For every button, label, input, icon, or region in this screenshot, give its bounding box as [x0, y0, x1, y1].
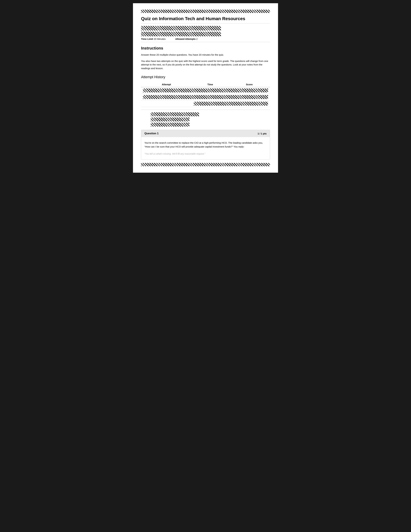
question-1-card: Question 1 1 / 1 pts You're on the searc…	[141, 130, 270, 160]
instructions-heading: Instructions	[141, 46, 270, 50]
table-cell-empty-1	[141, 100, 192, 107]
table-redacted-2	[143, 95, 268, 99]
instructions-paragraph2: You also have two attempts on the quiz w…	[141, 59, 270, 70]
time-limit-field: Time Limit 20 Minutes	[141, 38, 166, 40]
page-title: Quiz on Information Tech and Human Resou…	[141, 16, 270, 21]
table-header-row: Attempt Time Score	[141, 82, 270, 87]
score-redacted-2	[151, 117, 189, 121]
time-limit-value: 20 Minutes	[154, 38, 166, 40]
redacted-block-2	[141, 32, 221, 36]
page-wrapper: Quiz on Information Tech and Human Resou…	[133, 3, 278, 173]
title-divider	[141, 23, 270, 23]
time-limit-label: Time Limit	[141, 38, 153, 40]
attempt-history-section: Attempt History Attempt Time Score	[141, 75, 270, 160]
redacted-block-1	[141, 26, 221, 30]
question-1-label: Question 1	[144, 132, 159, 135]
col-time: Time	[192, 82, 229, 87]
question-1-header: Question 1 1 / 1 pts	[141, 130, 270, 137]
score-summary	[151, 112, 270, 127]
hatch-border-top	[141, 10, 270, 13]
question-1-text: You're on the search committee to replac…	[144, 141, 267, 149]
table-cell-redacted-2	[141, 94, 270, 100]
meta-row: Time Limit 20 Minutes Allowed Attempts 2	[141, 38, 270, 40]
table-cell-redacted-1	[141, 87, 270, 94]
table-row	[141, 94, 270, 100]
allowed-attempts-value: 2	[196, 38, 198, 40]
instructions-paragraph1: Answer these 20 multiple-choice question…	[141, 53, 270, 57]
score-redacted-3	[151, 123, 189, 127]
attempt-history-heading: Attempt History	[141, 75, 270, 79]
allowed-attempts-label: Allowed Attempts	[175, 38, 196, 40]
table-redacted-3	[194, 102, 268, 105]
table-redacted-1	[143, 88, 268, 92]
table-row	[141, 100, 270, 107]
question-1-answer-placeholder: “You tell us what’s missing. We’ll fill …	[144, 152, 267, 156]
question-1-body: You're on the search committee to replac…	[141, 137, 270, 160]
table-row	[141, 87, 270, 94]
hatch-border-bottom	[141, 163, 270, 166]
table-divider	[141, 110, 270, 110]
col-attempt: Attempt	[141, 82, 192, 87]
table-cell-redacted-3	[192, 100, 270, 107]
attempt-history-table: Attempt Time Score	[141, 82, 270, 107]
col-score: Score	[229, 82, 270, 87]
score-redacted-1	[151, 112, 199, 116]
allowed-attempts-field: Allowed Attempts 2	[175, 38, 198, 40]
meta-divider	[141, 42, 270, 42]
question-1-points: 1 / 1 pts	[258, 132, 267, 135]
